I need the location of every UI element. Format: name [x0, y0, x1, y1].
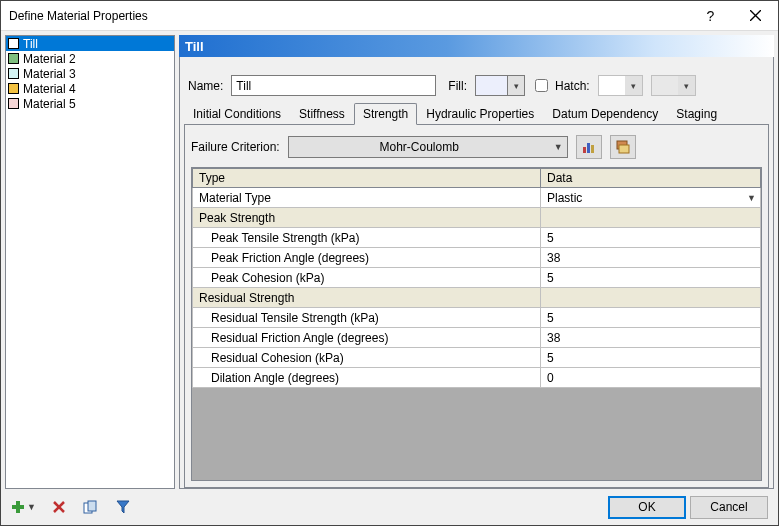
svg-rect-6: [619, 145, 629, 153]
grid-cell-type: Peak Friction Angle (degrees): [192, 248, 541, 268]
grid-empty-area: [192, 388, 761, 480]
grid-cell-data[interactable]: 5: [541, 268, 761, 288]
grid-row: Peak Strength: [192, 208, 761, 228]
grid-row: Residual Cohesion (kPa)5: [192, 348, 761, 368]
delete-material-button[interactable]: [50, 498, 68, 516]
failure-criterion-value: Mohr-Coulomb: [289, 140, 550, 154]
grid-row: Residual Strength: [192, 288, 761, 308]
delete-x-icon: [52, 500, 66, 514]
tab-stiffness[interactable]: Stiffness: [290, 103, 354, 125]
grid-cell-type: Peak Strength: [192, 208, 541, 228]
grid-cell-data: [541, 208, 761, 228]
grid-cell-type: Residual Cohesion (kPa): [192, 348, 541, 368]
left-panel: TillMaterial 2Material 3Material 4Materi…: [5, 35, 175, 489]
svg-rect-3: [587, 143, 590, 153]
statistics-button[interactable]: [576, 135, 602, 159]
grid-row: Material TypePlastic▼: [192, 188, 761, 208]
svg-rect-4: [591, 145, 594, 153]
define-material-properties-dialog: Define Material Properties ? TillMateria…: [0, 0, 779, 526]
name-label: Name:: [188, 79, 223, 93]
grid-row: Peak Cohesion (kPa)5: [192, 268, 761, 288]
grid-cell-data[interactable]: 0: [541, 368, 761, 388]
fill-label: Fill:: [448, 79, 467, 93]
chevron-down-icon: ▼: [27, 502, 36, 512]
grid-cell-type: Peak Tensile Strength (kPa): [192, 228, 541, 248]
grid-row: Dilation Angle (degrees)0: [192, 368, 761, 388]
copy-icon: [83, 500, 99, 514]
grid-cell-data[interactable]: 38: [541, 248, 761, 268]
stage-factors-button[interactable]: [610, 135, 636, 159]
material-swatch-icon: [8, 98, 19, 109]
material-list-label: Material 5: [23, 97, 76, 111]
material-list-label: Material 4: [23, 82, 76, 96]
material-list-item[interactable]: Till: [6, 36, 174, 51]
cancel-button[interactable]: Cancel: [690, 496, 768, 519]
svg-rect-12: [88, 501, 96, 511]
funnel-icon: [116, 500, 130, 514]
material-swatch-icon: [8, 38, 19, 49]
material-list-label: Material 2: [23, 52, 76, 66]
stage-stack-icon: [615, 139, 631, 155]
close-button[interactable]: [733, 1, 778, 31]
ok-button[interactable]: OK: [608, 496, 686, 519]
right-panel: Till Name: Fill: ▾ Hatch: ▾: [179, 35, 774, 489]
name-row: Name: Fill: ▾ Hatch: ▾ ▾: [180, 75, 773, 102]
filter-button[interactable]: [114, 498, 132, 516]
hatch-pattern-dropdown[interactable]: ▾: [598, 75, 643, 96]
material-list-label: Material 3: [23, 67, 76, 81]
grid-row: Peak Tensile Strength (kPa)5: [192, 228, 761, 248]
copy-material-button[interactable]: [82, 498, 100, 516]
help-button[interactable]: ?: [688, 1, 733, 31]
chevron-down-icon: ▼: [554, 142, 563, 152]
tab-content-strength: Failure Criterion: Mohr-Coulomb ▼: [184, 125, 769, 488]
tab-strength[interactable]: Strength: [354, 103, 417, 125]
failure-criterion-row: Failure Criterion: Mohr-Coulomb ▼: [191, 135, 762, 159]
plus-icon: [11, 500, 25, 514]
grid-cell-data[interactable]: Plastic▼: [541, 188, 761, 208]
grid-header-type: Type: [192, 168, 541, 188]
chevron-down-icon: ▾: [684, 81, 689, 91]
grid-header-data: Data: [541, 168, 761, 188]
material-swatch-icon: [8, 68, 19, 79]
fill-color-dropdown[interactable]: ▾: [475, 75, 525, 96]
grid-header: Type Data: [192, 168, 761, 188]
material-list-item[interactable]: Material 4: [6, 81, 174, 96]
failure-criterion-dropdown[interactable]: Mohr-Coulomb ▼: [288, 136, 568, 158]
grid-cell-type: Material Type: [192, 188, 541, 208]
material-list-label: Till: [23, 37, 38, 51]
hatch-color-dropdown[interactable]: ▾: [651, 75, 696, 96]
close-icon: [750, 10, 761, 21]
material-list-item[interactable]: Material 3: [6, 66, 174, 81]
tab-hydraulic-properties[interactable]: Hydraulic Properties: [417, 103, 543, 125]
strength-grid: Type Data Material TypePlastic▼Peak Stre…: [191, 167, 762, 481]
material-list[interactable]: TillMaterial 2Material 3Material 4Materi…: [5, 35, 175, 489]
material-list-item[interactable]: Material 2: [6, 51, 174, 66]
grid-cell-type: Residual Strength: [192, 288, 541, 308]
grid-cell-type: Dilation Angle (degrees): [192, 368, 541, 388]
dialog-body: TillMaterial 2Material 3Material 4Materi…: [1, 31, 778, 489]
tab-initial-conditions[interactable]: Initial Conditions: [184, 103, 290, 125]
failure-criterion-label: Failure Criterion:: [191, 140, 280, 154]
dialog-footer: ▼ OK Cancel: [1, 489, 778, 525]
name-input[interactable]: [231, 75, 436, 96]
material-swatch-icon: [8, 53, 19, 64]
grid-row: Residual Tensile Strength (kPa)5: [192, 308, 761, 328]
tab-staging[interactable]: Staging: [667, 103, 726, 125]
footer-toolbar: ▼: [11, 498, 132, 516]
grid-cell-data[interactable]: 5: [541, 348, 761, 368]
chevron-down-icon: ▼: [747, 193, 756, 203]
tab-datum-dependency[interactable]: Datum Dependency: [543, 103, 667, 125]
bar-chart-icon: [581, 139, 597, 155]
right-pane: Name: Fill: ▾ Hatch: ▾ ▾: [179, 57, 774, 489]
grid-row: Residual Friction Angle (degrees)38: [192, 328, 761, 348]
grid-cell-data[interactable]: 38: [541, 328, 761, 348]
grid-cell-data: [541, 288, 761, 308]
grid-cell-type: Residual Friction Angle (degrees): [192, 328, 541, 348]
tab-strip: Initial ConditionsStiffnessStrengthHydra…: [184, 102, 769, 125]
grid-cell-data[interactable]: 5: [541, 308, 761, 328]
material-list-item[interactable]: Material 5: [6, 96, 174, 111]
add-material-button[interactable]: ▼: [11, 500, 36, 514]
hatch-checkbox[interactable]: [535, 79, 548, 92]
grid-cell-type: Peak Cohesion (kPa): [192, 268, 541, 288]
grid-cell-data[interactable]: 5: [541, 228, 761, 248]
